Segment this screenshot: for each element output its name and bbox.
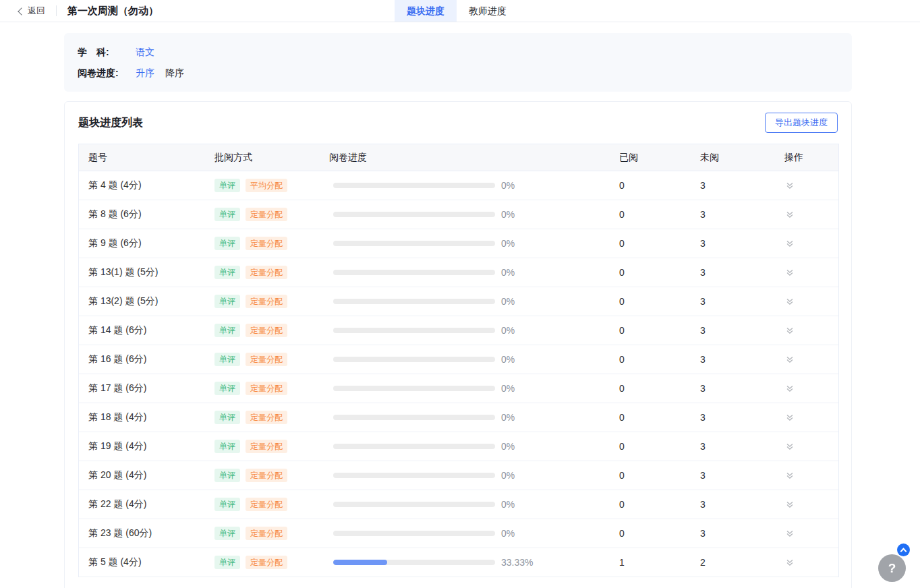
progress-cell: 0% (320, 354, 610, 365)
expand-double-chevron-icon[interactable] (784, 470, 795, 481)
sort-ascending-option[interactable]: 升序 (136, 67, 154, 80)
question-label: 第 19 题 (4分) (79, 440, 205, 452)
review-mode-cell: 单评 定量分配 (205, 266, 320, 279)
table-row: 第 19 题 (4分) 单评 定量分配 0% 0 3 (79, 432, 838, 461)
unreviewed-count: 3 (691, 296, 775, 307)
progress-cell: 33.33% (320, 557, 610, 568)
tab-block-progress[interactable]: 题块进度 (395, 0, 457, 22)
assign-mode-tag: 定量分配 (246, 266, 287, 279)
back-button[interactable]: 返回 (19, 5, 45, 17)
table-row: 第 13(2) 题 (5分) 单评 定量分配 0% 0 3 (79, 287, 838, 316)
review-mode-tag: 单评 (214, 353, 240, 366)
expand-double-chevron-icon[interactable] (784, 499, 795, 510)
progress-cell: 0% (320, 238, 610, 249)
progress-bar (333, 444, 495, 449)
expand-double-chevron-icon[interactable] (784, 557, 795, 568)
scroll-top-badge[interactable] (897, 543, 910, 556)
review-mode-cell: 单评 定量分配 (205, 353, 320, 366)
topbar-left: 返回 第一次周测（勿动） (0, 5, 159, 18)
review-mode-tag: 单评 (214, 208, 240, 221)
progress-percent: 33.33% (501, 557, 533, 568)
progress-cell: 0% (320, 470, 610, 481)
expand-double-chevron-icon[interactable] (784, 412, 795, 423)
table-row: 第 13(1) 题 (5分) 单评 定量分配 0% 0 3 (79, 258, 838, 287)
progress-bar (333, 502, 495, 507)
progress-cell: 0% (320, 499, 610, 510)
unreviewed-count: 3 (691, 470, 775, 481)
column-header-question: 题号 (79, 152, 205, 164)
progress-bar (333, 560, 495, 565)
reviewed-count: 0 (610, 441, 691, 452)
question-label: 第 5 题 (4分) (79, 556, 205, 568)
unreviewed-count: 3 (691, 441, 775, 452)
table-row: 第 5 题 (4分) 单评 定量分配 33.33% 1 2 (79, 548, 838, 577)
actions-cell (775, 528, 838, 539)
expand-double-chevron-icon[interactable] (784, 441, 795, 452)
expand-double-chevron-icon[interactable] (784, 267, 795, 278)
review-mode-tag: 单评 (214, 295, 240, 308)
floating-help-widget: ? (878, 543, 911, 583)
question-label: 第 4 题 (4分) (79, 179, 205, 192)
progress-percent: 0% (501, 383, 515, 394)
expand-double-chevron-icon[interactable] (784, 180, 795, 191)
progress-bar (333, 270, 495, 275)
review-mode-tag: 单评 (214, 556, 240, 569)
review-mode-tag: 单评 (214, 411, 240, 424)
tab-teacher-progress[interactable]: 教师进度 (457, 0, 519, 22)
review-mode-cell: 单评 定量分配 (205, 208, 320, 221)
review-mode-cell: 单评 定量分配 (205, 382, 320, 395)
assign-mode-tag: 定量分配 (246, 556, 287, 569)
actions-cell (775, 354, 838, 365)
question-label: 第 9 题 (6分) (79, 237, 205, 249)
progress-bar (333, 386, 495, 391)
review-mode-cell: 单评 平均分配 (205, 179, 320, 192)
expand-double-chevron-icon[interactable] (784, 383, 795, 394)
unreviewed-count: 3 (691, 499, 775, 510)
unreviewed-count: 3 (691, 528, 775, 539)
expand-double-chevron-icon[interactable] (784, 354, 795, 365)
review-mode-cell: 单评 定量分配 (205, 237, 320, 250)
progress-percent: 0% (501, 470, 515, 481)
progress-percent: 0% (501, 238, 515, 249)
expand-double-chevron-icon[interactable] (784, 209, 795, 220)
expand-double-chevron-icon[interactable] (784, 238, 795, 249)
question-label: 第 22 题 (4分) (79, 498, 205, 510)
review-mode-cell: 单评 定量分配 (205, 498, 320, 511)
reviewed-count: 0 (610, 209, 691, 220)
review-mode-cell: 单评 定量分配 (205, 527, 320, 540)
review-mode-tag: 单评 (214, 237, 240, 250)
assign-mode-tag: 定量分配 (246, 324, 287, 337)
actions-cell (775, 238, 838, 249)
reviewed-count: 0 (610, 528, 691, 539)
progress-bar-fill (333, 560, 387, 565)
sort-descending-option[interactable]: 降序 (165, 67, 184, 80)
table-row: 第 14 题 (6分) 单评 定量分配 0% 0 3 (79, 316, 838, 345)
help-button[interactable]: ? (878, 554, 906, 582)
column-header-progress: 阅卷进度 (320, 152, 610, 164)
question-label: 第 8 题 (6分) (79, 208, 205, 220)
actions-cell (775, 441, 838, 452)
expand-double-chevron-icon[interactable] (784, 325, 795, 336)
expand-double-chevron-icon[interactable] (784, 528, 795, 539)
assign-mode-tag: 定量分配 (246, 295, 287, 308)
question-label: 第 18 题 (4分) (79, 411, 205, 423)
progress-percent: 0% (501, 209, 515, 220)
review-mode-tag: 单评 (214, 266, 240, 279)
review-mode-cell: 单评 定量分配 (205, 469, 320, 482)
progress-bar (333, 531, 495, 536)
export-block-progress-button[interactable]: 导出题块进度 (765, 113, 838, 133)
progress-percent: 0% (501, 441, 515, 452)
actions-cell (775, 470, 838, 481)
subject-option-chinese[interactable]: 语文 (136, 47, 154, 59)
progress-percent: 0% (501, 354, 515, 365)
review-mode-tag: 单评 (214, 179, 240, 192)
assign-mode-tag: 定量分配 (246, 440, 287, 453)
table-row: 第 9 题 (6分) 单评 定量分配 0% 0 3 (79, 229, 838, 258)
table-row: 第 17 题 (6分) 单评 定量分配 0% 0 3 (79, 374, 838, 403)
progress-cell: 0% (320, 180, 610, 191)
actions-cell (775, 209, 838, 220)
progress-cell: 0% (320, 412, 610, 423)
progress-bar (333, 415, 495, 420)
unreviewed-count: 3 (691, 267, 775, 278)
expand-double-chevron-icon[interactable] (784, 296, 795, 307)
